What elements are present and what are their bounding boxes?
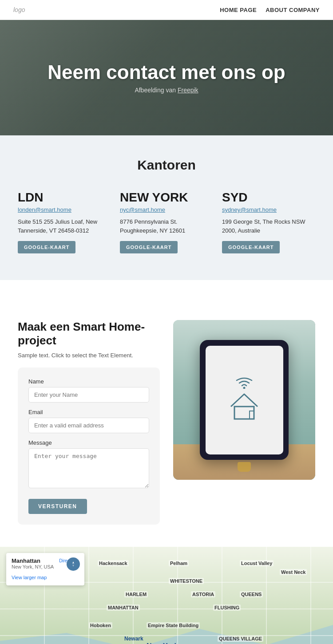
office-email-syd[interactable]: sydney@smart.home: [222, 206, 315, 213]
message-textarea[interactable]: [28, 448, 149, 488]
contact-form-card: Name Email Message VERSTUREN: [18, 367, 160, 525]
office-ldn: LDN londen@smart.home Suite 515 255 Juli…: [18, 190, 111, 253]
house-icon: [226, 389, 262, 424]
map-label-queens: QUEENS: [240, 591, 263, 597]
office-city-syd: SYD: [222, 190, 315, 205]
office-email-ldn[interactable]: londen@smart.home: [18, 206, 111, 213]
nav-home[interactable]: HOME PAGE: [220, 7, 257, 13]
navbar: logo HOME PAGE ABOUT COMPANY: [0, 0, 333, 20]
map-label-manhattan: MANHATTAN: [107, 604, 140, 611]
office-email-ny[interactable]: nyc@smart.home: [120, 206, 213, 213]
google-kaart-ny[interactable]: GOOGLE-KAART: [120, 241, 178, 253]
kantoren-title: Kantoren: [18, 158, 315, 173]
office-address-ldn: Suite 515 255 Julius Loaf, New Tannersid…: [18, 217, 111, 235]
contact-section: Maak een Smart Home-project Sample text.…: [0, 307, 333, 547]
map-section: Hackensack Pelham Locust Valley Passaic …: [0, 547, 333, 644]
office-syd: SYD sydney@smart.home 199 George St, The…: [222, 190, 315, 253]
contact-image: [173, 320, 315, 480]
contact-left: Maak een Smart Home-project Sample text.…: [18, 320, 160, 525]
office-city-ny: NEW YORK: [120, 190, 213, 205]
offices-grid: LDN londen@smart.home Suite 515 255 Juli…: [18, 190, 315, 253]
nav-logo: logo: [13, 6, 25, 13]
contact-title: Maak een Smart Home-project: [18, 320, 160, 348]
tablet-image: [173, 320, 315, 480]
nav-links: HOME PAGE ABOUT COMPANY: [220, 7, 320, 13]
office-ny: NEW YORK nyc@smart.home 8776 Pennsylvani…: [120, 190, 213, 253]
map-label-hackensack: Hackensack: [98, 560, 129, 566]
map-label-locust: Locust Valley: [240, 560, 274, 566]
wifi-icon: [233, 375, 255, 389]
google-kaart-syd[interactable]: GOOGLE-KAART: [222, 241, 280, 253]
map-label-villages: QUEENS VILLAGE: [218, 636, 263, 642]
submit-button[interactable]: VERSTUREN: [28, 499, 87, 514]
map-label-harlem: HARLEM: [124, 591, 148, 597]
map-view-larger[interactable]: View larger map: [12, 575, 47, 580]
kantoren-section: Kantoren LDN londen@smart.home Suite 515…: [0, 135, 333, 280]
name-label: Name: [28, 378, 149, 385]
map-label-flushing: FLUSHING: [213, 604, 241, 611]
name-input[interactable]: [28, 387, 149, 403]
name-group: Name: [28, 378, 149, 403]
email-group: Email: [28, 409, 149, 433]
email-input[interactable]: [28, 418, 149, 433]
spacer: [0, 280, 333, 307]
freepik-link[interactable]: Freepik: [178, 87, 198, 94]
hero-title: Neem contact met ons op: [48, 62, 285, 83]
map-label-newark: Newark: [124, 636, 143, 642]
map-card-city: Manhattan: [12, 557, 54, 564]
nav-about[interactable]: ABOUT COMPANY: [266, 7, 320, 13]
map-card-state: New York, NY, USA: [12, 564, 54, 569]
tablet-device: [200, 340, 289, 460]
hero-section: Neem contact met ons op Afbeelding van F…: [0, 20, 333, 135]
map-label-astoria: ASTORIA: [191, 591, 215, 597]
map-label-newyork: New York: [147, 642, 178, 644]
map-placeholder: Hackensack Pelham Locust Valley Passaic …: [0, 547, 333, 644]
map-label-pelham: Pelham: [169, 560, 189, 566]
map-label-westneck: West Neck: [280, 569, 307, 575]
map-label-empire: Empire State Building: [147, 622, 200, 628]
message-label: Message: [28, 439, 149, 446]
map-info-card: Manhattan New York, NY, USA View larger …: [6, 553, 84, 585]
contact-desc: Sample text. Click to select the Text El…: [18, 352, 160, 359]
email-label: Email: [28, 409, 149, 415]
office-city-ldn: LDN: [18, 190, 111, 205]
message-group: Message: [28, 439, 149, 490]
hero-subtitle: Afbeelding van Freepik: [48, 87, 285, 94]
smart-home-icon: [226, 375, 262, 424]
map-label-hoboken: Hoboken: [89, 622, 112, 628]
hero-content: Neem contact met ons op Afbeelding van F…: [48, 62, 285, 94]
office-address-syd: 199 George St, The Rocks NSW 2000, Austr…: [222, 217, 315, 235]
map-directions-icon[interactable]: [67, 557, 80, 571]
office-address-ny: 8776 Pennsylvania St. Poughkeepsie, NY 1…: [120, 217, 213, 235]
map-label-whitestone: WHITESTONE: [169, 578, 204, 584]
google-kaart-ldn[interactable]: GOOGLE-KAART: [18, 241, 75, 253]
svg-rect-1: [234, 407, 254, 419]
tablet-screen: [206, 346, 283, 454]
